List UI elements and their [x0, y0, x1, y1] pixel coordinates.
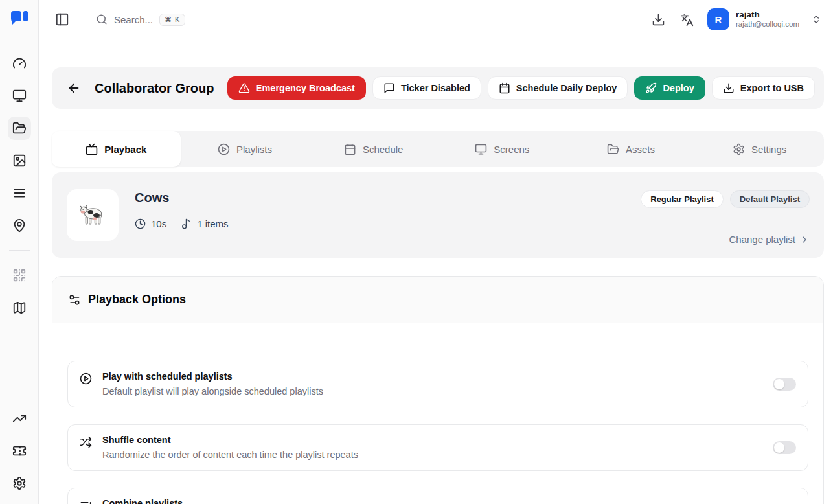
tab-settings[interactable]: Settings: [695, 131, 824, 167]
toggle-knob: [774, 379, 784, 389]
app-window: Search... ⌘ K R rajath rajath@colloqi.co…: [0, 0, 833, 504]
gear-icon: [12, 476, 27, 490]
change-playlist-link[interactable]: Change playlist: [729, 234, 810, 245]
option-title: Combine playlists: [102, 498, 183, 504]
regular-playlist-badge: Regular Playlist: [641, 190, 724, 208]
main-content: Collaborator Group Emergency Broadcast T…: [39, 39, 833, 504]
search-placeholder: Search...: [114, 14, 153, 25]
sidebar-item-settings[interactable]: [8, 472, 31, 495]
current-playlist-card: Cows 10s 1 items Regular Playlist: [52, 172, 824, 258]
playback-options-section: Playback Options Play with scheduled pla…: [52, 276, 824, 504]
download-icon: [652, 13, 665, 27]
combine-list-icon: [80, 499, 92, 504]
search-icon: [96, 14, 108, 25]
play-with-scheduled-toggle[interactable]: [773, 378, 796, 391]
change-playlist-label: Change playlist: [729, 234, 795, 245]
tab-screens[interactable]: Screens: [438, 131, 567, 167]
tab-schedule[interactable]: Schedule: [309, 131, 438, 167]
sidebar: [0, 0, 39, 504]
sidebar-item-maps[interactable]: [8, 296, 31, 319]
translate-icon: [680, 13, 694, 27]
sidebar-divider: [9, 250, 30, 251]
qr-code-icon: [12, 268, 27, 282]
playback-options-header: Playback Options: [52, 277, 823, 323]
map-pin-icon: [12, 218, 27, 233]
playlist-title: Cows: [135, 190, 229, 205]
playlist-duration-value: 10s: [151, 218, 166, 229]
ticker-disabled-label: Ticker Disabled: [401, 83, 470, 93]
user-name: rajath: [736, 10, 799, 20]
option-shuffle-content: Shuffle content Randomize the order of c…: [67, 424, 808, 471]
export-usb-button[interactable]: Export to USB: [712, 76, 815, 100]
monitor-icon: [12, 89, 27, 103]
sidebar-item-locations[interactable]: [8, 214, 31, 237]
circle-play-icon: [218, 143, 230, 155]
playback-options-title: Playback Options: [88, 293, 186, 306]
topbar: Search... ⌘ K R rajath rajath@colloqi.co…: [39, 0, 833, 39]
tab-screens-label: Screens: [494, 144, 529, 155]
sidebar-item-screens[interactable]: [8, 84, 31, 108]
sidebar-item-pairing[interactable]: [8, 264, 31, 287]
ticket-icon: [12, 444, 27, 458]
deploy-button[interactable]: Deploy: [634, 76, 705, 100]
image-icon: [12, 154, 27, 168]
playlist-items-count: 1 items: [181, 218, 228, 229]
sliders-icon: [68, 293, 81, 306]
tab-playback[interactable]: Playback: [52, 131, 181, 167]
circle-play-icon: [80, 372, 92, 385]
search-input[interactable]: Search... ⌘ K: [96, 14, 185, 26]
schedule-daily-deploy-button[interactable]: Schedule Daily Deploy: [488, 76, 628, 100]
option-title: Play with scheduled playlists: [102, 371, 323, 382]
option-description: Default playlist will play alongside sch…: [102, 386, 323, 396]
pi-logo-icon: [10, 11, 29, 28]
account-menu[interactable]: R rajath rajath@colloqi.com: [705, 7, 824, 32]
cow-image: [76, 198, 109, 232]
tab-assets-label: Assets: [626, 144, 655, 155]
clock-icon: [135, 218, 146, 229]
calendar-icon: [344, 143, 356, 155]
avatar: R: [707, 8, 729, 30]
tab-playlists[interactable]: Playlists: [181, 131, 310, 167]
deploy-label: Deploy: [663, 83, 694, 93]
page-title: Collaborator Group: [95, 81, 214, 96]
default-playlist-badge: Default Playlist: [730, 190, 810, 208]
menu-icon: [12, 186, 27, 200]
schedule-daily-deploy-label: Schedule Daily Deploy: [516, 83, 617, 93]
arrow-left-icon: [67, 81, 81, 95]
monitor-icon: [475, 143, 487, 155]
back-button[interactable]: [63, 78, 84, 98]
trending-up-icon: [12, 411, 27, 426]
sidebar-item-playlists[interactable]: [8, 181, 31, 205]
option-play-with-scheduled: Play with scheduled playlists Default pl…: [67, 361, 808, 407]
message-square-icon: [383, 82, 395, 94]
download-button[interactable]: [648, 9, 668, 30]
app-logo[interactable]: [0, 0, 38, 39]
tab-bar: Playback Playlists Schedule Screens Asse…: [52, 131, 824, 167]
option-title: Shuffle content: [102, 435, 358, 445]
sidebar-item-analytics[interactable]: [8, 407, 31, 430]
sidebar-item-dashboard[interactable]: [8, 52, 31, 75]
playlist-thumbnail: [67, 189, 119, 241]
tab-playback-label: Playback: [104, 144, 146, 155]
language-button[interactable]: [676, 9, 697, 30]
playlist-duration: 10s: [135, 218, 166, 229]
option-description: Randomize the order of content each time…: [102, 450, 358, 460]
gauge-icon: [12, 56, 27, 71]
toggle-knob: [774, 442, 784, 453]
sidebar-item-groups[interactable]: [8, 117, 31, 140]
tab-assets[interactable]: Assets: [567, 131, 696, 167]
emergency-broadcast-button[interactable]: Emergency Broadcast: [227, 76, 366, 100]
sidebar-item-media[interactable]: [8, 149, 31, 172]
ticker-disabled-button[interactable]: Ticker Disabled: [372, 76, 481, 100]
sidebar-item-licenses[interactable]: [8, 439, 31, 463]
shuffle-content-toggle[interactable]: [773, 441, 796, 454]
search-shortcut-badge: ⌘ K: [159, 14, 185, 26]
tab-playlists-label: Playlists: [236, 144, 272, 155]
map-icon: [12, 301, 27, 315]
calendar-icon: [499, 82, 510, 94]
folder-open-icon: [607, 143, 619, 155]
sidebar-toggle-button[interactable]: [52, 9, 73, 30]
user-email: rajath@colloqi.com: [736, 20, 799, 29]
shuffle-icon: [80, 436, 92, 448]
panel-left-icon: [55, 12, 69, 27]
